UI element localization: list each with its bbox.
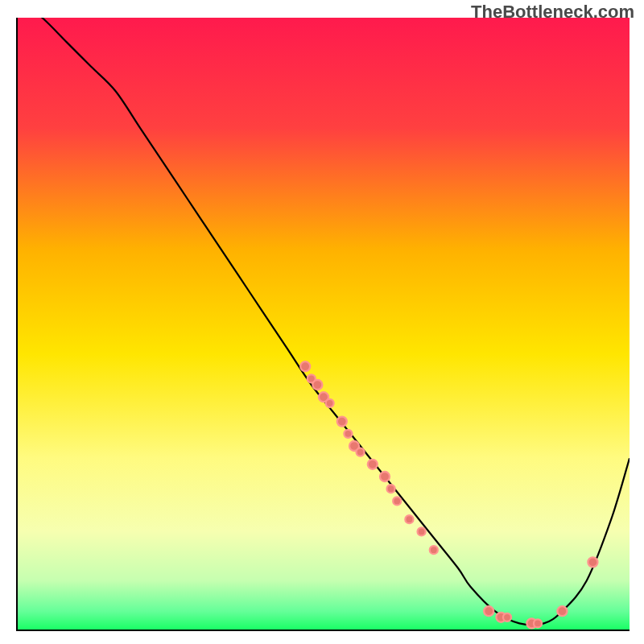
- bottleneck-curve: [18, 18, 630, 625]
- data-marker: [300, 361, 310, 371]
- data-marker: [337, 417, 347, 427]
- data-marker: [430, 546, 438, 554]
- plot-area: [16, 18, 630, 631]
- data-marker: [418, 527, 426, 535]
- data-marker: [344, 430, 352, 438]
- data-markers: [300, 361, 597, 628]
- data-marker: [534, 619, 542, 627]
- data-marker: [503, 613, 511, 621]
- data-marker: [588, 557, 597, 567]
- data-marker: [387, 485, 395, 493]
- data-marker: [380, 472, 390, 481]
- data-marker: [405, 515, 413, 523]
- chart-container: TheBottleneck.com: [0, 0, 644, 644]
- watermark-text: TheBottleneck.com: [471, 2, 634, 23]
- data-marker: [357, 448, 365, 456]
- curve-layer: [18, 18, 630, 630]
- data-marker: [368, 460, 378, 469]
- data-marker: [557, 606, 567, 616]
- data-marker: [393, 497, 401, 505]
- data-marker: [326, 399, 334, 407]
- data-marker: [312, 380, 322, 390]
- data-marker: [484, 606, 493, 616]
